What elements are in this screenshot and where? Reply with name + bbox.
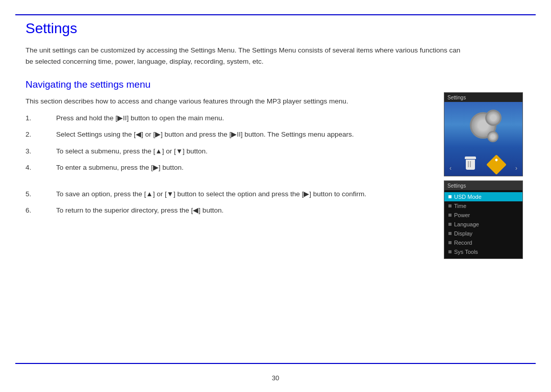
steps-list: 1. Press and hold the [▶II] button to op… — [26, 113, 434, 216]
step-text-5: To save an option, press the [▲] or [▼] … — [56, 189, 423, 199]
step-number-1: 1. — [26, 113, 56, 123]
step-number-3: 3. — [26, 146, 56, 156]
device-screen-menu: Settings USD Mode Time Power — [444, 180, 523, 259]
menu-item-power: Power — [444, 211, 522, 220]
screen-top-titlebar: Settings — [444, 93, 522, 102]
trash-lid — [465, 156, 476, 159]
section-desc: This section describes how to access and… — [26, 97, 434, 105]
device-screenshots: Settings ‹ — [444, 92, 525, 259]
gears-icon — [466, 110, 502, 145]
menu-label-usd: USD Mode — [454, 194, 482, 200]
menu-dot-display — [448, 232, 452, 235]
step-item-4: 4. To enter a submenu, press the [▶] but… — [26, 163, 434, 173]
menu-dot-time — [448, 204, 452, 207]
step-number-6: 6. — [26, 205, 56, 216]
menu-item-systools: Sys Tools — [444, 247, 522, 256]
step-number-4: 4. — [26, 163, 56, 173]
device-screen-top: Settings ‹ — [444, 92, 523, 176]
menu-label-record: Record — [454, 240, 472, 246]
gear-small — [485, 110, 502, 126]
menu-label-systools: Sys Tools — [454, 249, 478, 255]
steps-section: This section describes how to access and… — [26, 97, 434, 259]
menu-item-record: Record — [444, 238, 522, 247]
menu-label-time: Time — [454, 203, 466, 209]
step-item-2: 2. Select Settings using the [◀] or [▶] … — [26, 129, 434, 140]
main-layout: This section describes how to access and… — [26, 97, 525, 259]
step-text-1: Press and hold the [▶II] button to open … — [56, 113, 423, 123]
gear-tiny — [487, 131, 498, 142]
trash-body — [466, 160, 475, 170]
nav-arrow-right: › — [515, 165, 517, 172]
menu-item-time: Time — [444, 201, 522, 211]
step-item-5: 5. To save an option, press the [▲] or [… — [26, 189, 434, 199]
page-title: Settings — [26, 20, 525, 37]
step-item-1: 1. Press and hold the [▶II] button to op… — [26, 113, 434, 123]
menu-dot-systools — [448, 250, 452, 253]
step-text-3: To select a submenu, press the [▲] or [▼… — [56, 146, 423, 156]
top-border — [15, 14, 536, 15]
menu-label-language: Language — [454, 221, 479, 227]
section-title: Navigating the settings menu — [26, 79, 525, 90]
bottom-border — [15, 363, 536, 364]
menu-item-language: Language — [444, 220, 522, 229]
menu-dot-power — [448, 214, 452, 217]
menu-item-display: Display — [444, 229, 522, 238]
menu-label-power: Power — [454, 212, 470, 218]
step-text-4: To enter a submenu, press the [▶] button… — [56, 163, 423, 173]
step-text-6: To return to the superior directory, pre… — [56, 205, 423, 216]
step-item-6: 6. To return to the superior directory, … — [26, 205, 434, 216]
menu-label-display: Display — [454, 230, 472, 237]
intro-text: The unit settings can be customized by a… — [26, 45, 464, 67]
screen-top-title: Settings — [447, 95, 466, 100]
screen-menu-title: Settings — [447, 183, 466, 189]
menu-dot-record — [448, 241, 452, 244]
menu-dot-language — [448, 223, 452, 226]
step-item-3: 3. To select a submenu, press the [▲] or… — [26, 146, 434, 156]
nav-arrow-left: ‹ — [449, 165, 452, 172]
page-content: Settings The unit settings can be custom… — [26, 20, 525, 361]
menu-dot-usd — [448, 195, 452, 198]
trash-icon — [463, 156, 478, 172]
screen-top-body: ‹ › — [444, 102, 522, 176]
step-text-2: Select Settings using the [◀] or [▶] but… — [56, 129, 423, 140]
tag-icon — [486, 154, 507, 175]
page-number: 30 — [272, 374, 279, 382]
menu-item-usd-mode: USD Mode — [444, 192, 522, 201]
step-number-2: 2. — [26, 129, 56, 140]
screen-menu-titlebar: Settings — [444, 181, 522, 190]
screen-menu-body: USD Mode Time Power Language — [444, 190, 522, 258]
screen-bottom-icons: ‹ › — [444, 156, 522, 172]
step-number-5: 5. — [26, 189, 56, 199]
